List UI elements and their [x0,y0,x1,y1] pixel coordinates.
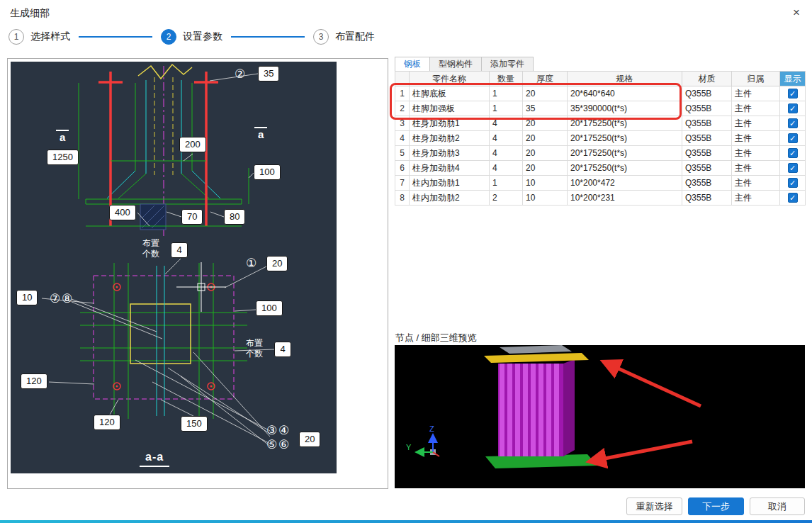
count-text: 个数 [142,249,159,259]
cell-thickness: 20 [523,86,568,101]
table-row[interactable]: 6柱身加劲肋442020*175250(t*s)Q355B主件✓ [395,161,806,176]
step-set-params[interactable]: 2 设置参数 [161,29,222,45]
callout-35[interactable]: 35 [258,66,279,81]
preview-3d-scene: Z Y [395,345,805,488]
cell-spec: 20*175250(t*s) [568,146,682,161]
cell-display: ✓ [780,101,806,116]
cell-display: ✓ [780,191,806,206]
row-index: 5 [395,146,410,161]
display-checkbox[interactable]: ✓ [788,148,798,158]
step-select-style[interactable]: 1 选择样式 [9,29,70,45]
callout-400[interactable]: 400 [109,205,136,220]
section-marker-left: a [56,130,69,143]
callout-count-top[interactable]: 4 [171,242,188,258]
cell-belong: 主件 [732,86,780,101]
header-qty: 数量 [490,72,523,86]
cell-spec: 10*200*231 [568,191,682,206]
table-header-row: 零件名称 数量 厚度 规格 材质 归属 显示 [395,72,806,86]
step-2-circle: 2 [161,29,176,45]
table-row[interactable]: 1柱脚底板12020*640*640Q355B主件✓ [395,86,806,101]
stiffener-plates [80,263,247,419]
close-icon[interactable]: × [788,4,805,21]
callout-150-bottom[interactable]: 150 [181,416,208,432]
cell-material: Q355B [682,116,732,131]
callout-20-plate[interactable]: 20 [266,256,288,271]
cell-belong: 主件 [732,116,780,131]
row-index: 3 [395,116,410,131]
callout-1250[interactable]: 1250 [47,150,79,165]
cell-belong: 主件 [732,101,780,116]
header-spec: 规格 [568,72,682,86]
header-display[interactable]: 显示 [780,72,806,86]
preview-title: 节点 / 细部三维预览 [395,332,477,344]
generate-detail-dialog: 生成细部 × 1 选择样式 2 设置参数 3 布置配件 [0,0,812,523]
preview-3d-viewport[interactable]: Z Y [395,345,805,488]
tab-add-part[interactable]: 添加零件 [482,57,534,72]
cell-material: Q355B [682,146,732,161]
callout-80[interactable]: 80 [224,209,245,225]
step-connector-1 [79,36,152,38]
cell-material: Q355B [682,161,732,176]
tab-section-steel[interactable]: 型钢构件 [430,57,482,72]
cell-belong: 主件 [732,176,780,191]
table-row[interactable]: 4柱身加劲肋242020*175250(t*s)Q355B主件✓ [395,131,806,146]
display-checkbox[interactable]: ✓ [788,163,798,173]
display-checkbox[interactable]: ✓ [788,133,798,143]
step-1-label: 选择样式 [30,30,70,43]
cell-material: Q355B [682,86,732,101]
cell-qty: 1 [490,176,523,191]
row-index: 4 [395,131,410,146]
cell-qty: 4 [490,161,523,176]
cell-qty: 1 [490,101,523,116]
display-checkbox[interactable]: ✓ [788,103,798,113]
cell-display: ✓ [780,146,806,161]
callout-10[interactable]: 10 [16,290,38,305]
display-checkbox[interactable]: ✓ [788,89,798,99]
section-marker-right: a [254,127,267,140]
cad-viewport[interactable]: ② 35 a a 1250 200 100 400 70 80 布置 个数 4 … [11,62,337,473]
callout-count-right[interactable]: 4 [274,342,291,357]
row-index: 6 [395,161,410,176]
display-checkbox[interactable]: ✓ [788,178,798,188]
display-checkbox[interactable]: ✓ [788,118,798,128]
callout-100-plan[interactable]: 100 [256,300,283,316]
tab-steel-plate[interactable]: 钢板 [395,57,430,72]
header-material: 材质 [682,72,732,86]
table-row[interactable]: 2柱脚加强板13535*390000(t*s)Q355B主件✓ [395,101,806,116]
step-2-label: 设置参数 [183,30,222,43]
reselect-button[interactable]: 重新选择 [626,497,682,515]
cell-part-name: 柱脚底板 [410,86,490,101]
header-belong: 归属 [732,72,780,86]
cell-belong: 主件 [732,161,780,176]
table-row[interactable]: 3柱身加劲肋142020*175250(t*s)Q355B主件✓ [395,116,806,131]
callout-120-left[interactable]: 120 [21,373,47,389]
callout-70[interactable]: 70 [181,209,203,225]
count-text: 个数 [246,349,263,359]
cell-belong: 主件 [732,191,780,206]
leader-lines-elevation [75,74,258,226]
cell-display: ✓ [780,86,806,101]
annotation-arrow-top [604,362,701,406]
table-row[interactable]: 5柱身加劲肋342020*175250(t*s)Q355B主件✓ [395,146,806,161]
cell-belong: 主件 [732,146,780,161]
callout-200[interactable]: 200 [179,137,206,152]
cancel-button[interactable]: 取消 [750,497,805,515]
step-arrange-parts[interactable]: 3 布置配件 [313,29,375,45]
wizard-stepper: 1 选择样式 2 设置参数 3 布置配件 [9,28,375,45]
cell-thickness: 20 [523,146,568,161]
callout-100-elevation[interactable]: 100 [254,164,281,180]
table-row[interactable]: 8柱内加劲肋221010*200*231Q355B主件✓ [395,191,806,206]
next-step-button[interactable]: 下一步 [688,497,744,515]
table-row[interactable]: 7柱内加劲肋111010*200*472Q355B主件✓ [395,176,806,191]
callout-20-corner[interactable]: 20 [299,432,320,447]
cell-thickness: 10 [523,191,568,206]
cell-spec: 20*175250(t*s) [568,161,682,176]
arrange-text: 布置 [142,238,159,249]
cell-spec: 20*175250(t*s) [568,116,682,131]
cell-display: ✓ [780,161,806,176]
callout-120-bottom[interactable]: 120 [94,415,120,430]
cell-thickness: 10 [523,176,568,191]
balloon-7: ⑦ [50,293,60,305]
balloon-6: ⑥ [278,439,289,451]
display-checkbox[interactable]: ✓ [788,193,798,203]
